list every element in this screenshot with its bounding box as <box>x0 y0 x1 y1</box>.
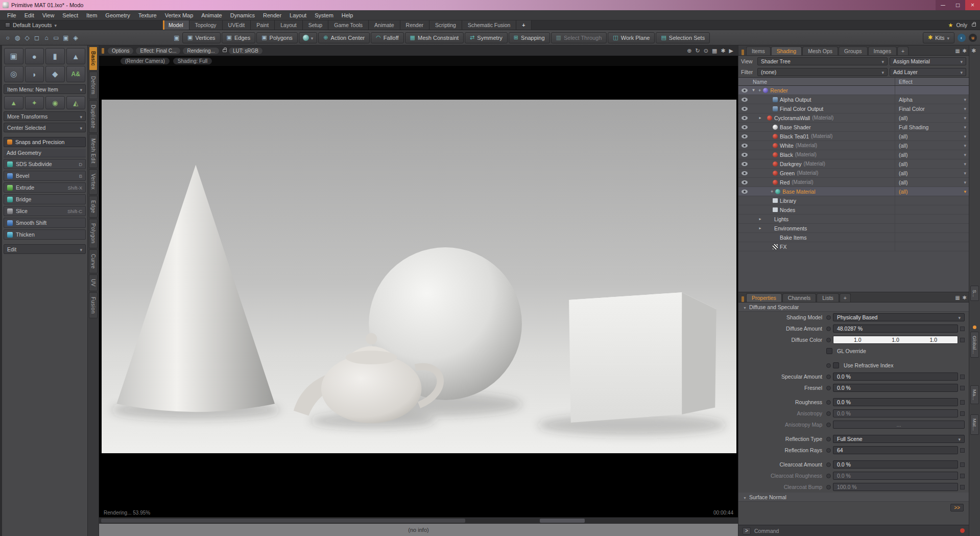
reflection-rays-field[interactable]: 64 <box>833 446 958 454</box>
menu-item[interactable]: Geometry <box>101 12 134 18</box>
layer-effect-cell[interactable] <box>895 86 969 95</box>
name-column-header[interactable]: Name <box>751 79 895 85</box>
visibility-eye-icon[interactable] <box>742 153 748 157</box>
menu-item[interactable]: Item <box>82 12 101 18</box>
shading-selector[interactable]: Shading: Full <box>173 58 212 64</box>
layer-effect-cell[interactable]: Final Color ▾ <box>895 104 969 113</box>
tool-category-tab[interactable]: Curve <box>89 249 98 273</box>
clearcoat-roughness-field[interactable]: 0.0 % <box>833 472 958 480</box>
vertices-mode-button[interactable]: ▣ Vertices <box>182 32 221 43</box>
channel-toggle[interactable] <box>826 363 831 368</box>
select-through-button[interactable]: ▥ Select Through <box>551 32 607 43</box>
shader-tree-row[interactable]: Bake Items <box>738 233 969 242</box>
geometry-command-button[interactable]: Smooth Shift <box>4 218 86 228</box>
side-form-tab[interactable]: S... <box>970 286 979 301</box>
layout-tab[interactable]: Setup <box>303 20 328 30</box>
menu-item[interactable]: View <box>38 12 59 18</box>
expand-panel-icon[interactable]: ▶ <box>729 48 733 54</box>
zoom-icon[interactable]: ⊙ <box>704 48 708 54</box>
default-layouts-dropdown[interactable]: Default Layouts <box>0 20 62 30</box>
add-plus-icon[interactable]: + <box>758 88 761 93</box>
shader-tree-row[interactable]: FX <box>738 242 969 251</box>
shader-tree-row[interactable]: ▸ Lights <box>738 215 969 224</box>
shader-tree-row[interactable]: Darkgrey (Material) (all) ▾ <box>738 159 969 169</box>
layer-effect-cell[interactable] <box>895 233 969 242</box>
shading-model-dropdown[interactable]: Physically Based <box>833 313 965 321</box>
shader-tree-row[interactable]: ▸ CycloramaWall (Material) (all) ▾ <box>738 113 969 123</box>
expand-properties-button[interactable]: >> <box>950 504 964 511</box>
effect-dropdown-icon[interactable]: ▾ <box>964 97 966 102</box>
section-diffuse-specular[interactable]: Diffuse and Specular <box>738 302 969 312</box>
effect-dropdown-icon[interactable]: ▾ <box>964 189 966 194</box>
primitive-cube-icon[interactable]: ▣ <box>4 48 23 64</box>
camera-selector[interactable]: (Render Camera) <box>121 58 170 64</box>
viewport-options-tab[interactable]: Options <box>107 47 134 55</box>
gl-override-checkbox[interactable] <box>826 348 832 354</box>
layer-effect-cell[interactable]: (all) ▾ <box>895 159 969 168</box>
layer-effect-cell[interactable]: (all) ▾ <box>895 169 969 177</box>
tool-category-tab[interactable]: Basic <box>89 46 98 71</box>
gear-item-icon[interactable]: ▲ <box>4 96 23 109</box>
channel-toggle[interactable] <box>826 462 831 467</box>
viewport-settings-icon[interactable]: ✱ <box>721 48 725 54</box>
more-transforms-dropdown[interactable]: More Transforms <box>4 111 86 121</box>
maximize-button[interactable]: □ <box>950 0 965 10</box>
shader-tree-row[interactable]: Black Tea01 (Material) (all) ▾ <box>738 132 969 141</box>
fresnel-field[interactable]: 0.0 % <box>833 384 958 392</box>
effect-dropdown-icon[interactable]: ▾ <box>964 161 966 167</box>
gear-icon[interactable]: ✱ <box>963 295 967 300</box>
favorite-star-icon[interactable]: ★ <box>948 22 953 29</box>
tool-category-tab[interactable]: Vertex <box>89 169 98 194</box>
geometry-command-button[interactable]: Slice Shift-C <box>4 206 86 216</box>
pedestal-item-icon[interactable]: ◭ <box>66 96 86 109</box>
expand-arrow-icon[interactable]: ▸ <box>757 217 763 221</box>
primitive-torus-icon[interactable]: ◎ <box>4 66 23 82</box>
layer-effect-cell[interactable]: Full Shading ▾ <box>895 123 969 131</box>
menu-item[interactable]: Edit <box>20 12 38 18</box>
pan-icon[interactable]: ⊕ <box>687 48 691 54</box>
tool-category-tab[interactable]: UV <box>89 274 98 291</box>
action-center-button[interactable]: ⊕ Action Center <box>318 32 370 43</box>
clearcoat-amount-field[interactable]: 0.0 % <box>833 460 958 469</box>
effect-dropdown-icon[interactable]: ▾ <box>964 171 966 176</box>
visibility-eye-icon[interactable] <box>742 88 748 92</box>
shader-tree-row[interactable]: ▼ + Render <box>738 86 969 95</box>
layer-effect-cell[interactable]: (all) ▾ <box>895 178 969 187</box>
layout-tab[interactable]: UVEdit <box>223 20 251 30</box>
anisotropy-field[interactable]: 0.0 % <box>833 409 958 417</box>
channel-toggle[interactable] <box>826 474 831 478</box>
symmetry-button[interactable]: ⇄ Symmetry <box>465 32 508 43</box>
shader-tree-row[interactable]: Final Color Output Final Color ▾ <box>738 104 969 113</box>
layout-tab[interactable]: + <box>516 20 531 30</box>
panel-tab[interactable]: Images <box>868 46 897 55</box>
polygons-mode-button[interactable]: ▣ Polygons <box>256 32 298 43</box>
layer-effect-cell[interactable]: (all) ▾ <box>895 187 969 196</box>
snapping-button[interactable]: ⊞ Snapping <box>509 32 550 43</box>
anisotropy-map-field[interactable]: ... <box>833 421 965 429</box>
effect-dropdown-icon[interactable]: ▾ <box>964 143 966 148</box>
lock-icon[interactable] <box>223 49 227 52</box>
tool-category-tab[interactable]: Polygon <box>89 219 98 248</box>
geometry-command-button[interactable]: SDS Subdivide D <box>4 159 86 169</box>
shader-tree-row[interactable]: ▸ Environments <box>738 224 969 233</box>
kits-button[interactable]: ✱ Kits <box>923 32 954 43</box>
panel-grip[interactable] <box>102 48 104 54</box>
side-form-tab[interactable]: Mat... <box>970 414 979 435</box>
expand-arrow-icon[interactable]: ▸ <box>757 115 763 120</box>
visibility-eye-icon[interactable] <box>742 116 748 120</box>
lock-icon[interactable] <box>972 24 976 27</box>
color-b-value[interactable]: 1.0 <box>929 337 937 343</box>
layout-tab[interactable]: Paint <box>251 20 275 30</box>
menu-item[interactable]: Animate <box>197 12 226 18</box>
items-mode-icon[interactable]: ▣ <box>172 33 181 42</box>
panel-tab[interactable]: Groups <box>839 46 867 55</box>
work-plane-button[interactable]: ◫ Work Plane <box>608 32 655 43</box>
mini-slider-icon[interactable] <box>960 448 965 453</box>
viewport-rendering-tab[interactable]: Rendering... <box>182 47 219 55</box>
diffuse-amount-field[interactable]: 48.0287 % <box>833 324 958 333</box>
panel-tab[interactable]: + <box>840 293 851 302</box>
color-g-value[interactable]: 1.0 <box>892 337 899 343</box>
primitive-capsule-icon[interactable]: ◗ <box>25 66 44 82</box>
layer-effect-cell[interactable] <box>895 242 969 251</box>
record-indicator-icon[interactable] <box>960 528 965 533</box>
